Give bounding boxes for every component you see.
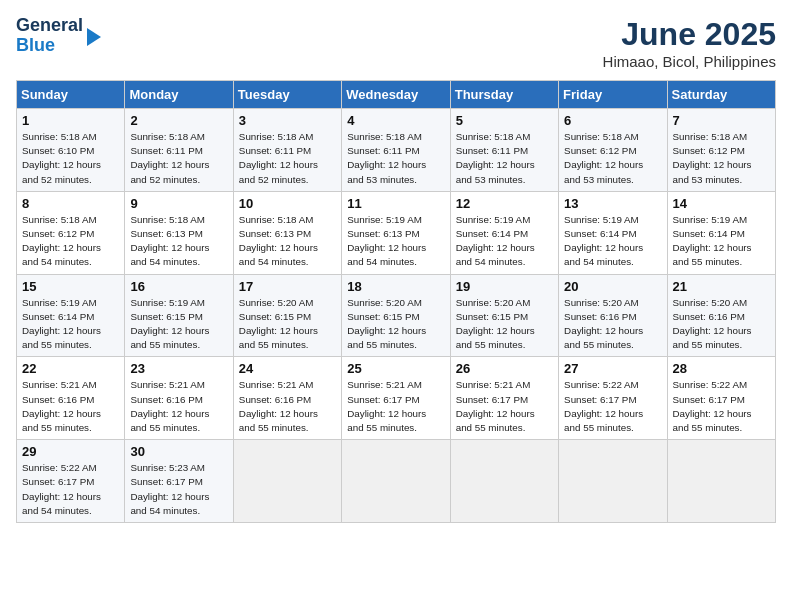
table-row: 7 Sunrise: 5:18 AMSunset: 6:12 PMDayligh… <box>667 109 775 192</box>
day-info: Sunrise: 5:18 AMSunset: 6:13 PMDaylight:… <box>239 214 318 268</box>
table-row <box>233 440 341 523</box>
title-block: June 2025 Himaao, Bicol, Philippines <box>603 16 776 70</box>
table-row: 14 Sunrise: 5:19 AMSunset: 6:14 PMDaylig… <box>667 191 775 274</box>
table-row: 29 Sunrise: 5:22 AMSunset: 6:17 PMDaylig… <box>17 440 125 523</box>
day-number: 6 <box>564 113 661 128</box>
table-row: 8 Sunrise: 5:18 AMSunset: 6:12 PMDayligh… <box>17 191 125 274</box>
table-row: 10 Sunrise: 5:18 AMSunset: 6:13 PMDaylig… <box>233 191 341 274</box>
day-number: 13 <box>564 196 661 211</box>
col-saturday: Saturday <box>667 81 775 109</box>
calendar-subtitle: Himaao, Bicol, Philippines <box>603 53 776 70</box>
col-friday: Friday <box>559 81 667 109</box>
day-number: 2 <box>130 113 227 128</box>
calendar-row: 1 Sunrise: 5:18 AMSunset: 6:10 PMDayligh… <box>17 109 776 192</box>
table-row: 22 Sunrise: 5:21 AMSunset: 6:16 PMDaylig… <box>17 357 125 440</box>
col-thursday: Thursday <box>450 81 558 109</box>
day-number: 21 <box>673 279 770 294</box>
day-info: Sunrise: 5:18 AMSunset: 6:12 PMDaylight:… <box>673 131 752 185</box>
day-info: Sunrise: 5:20 AMSunset: 6:16 PMDaylight:… <box>673 297 752 351</box>
day-number: 5 <box>456 113 553 128</box>
table-row: 2 Sunrise: 5:18 AMSunset: 6:11 PMDayligh… <box>125 109 233 192</box>
day-number: 14 <box>673 196 770 211</box>
day-info: Sunrise: 5:18 AMSunset: 6:11 PMDaylight:… <box>239 131 318 185</box>
day-info: Sunrise: 5:20 AMSunset: 6:15 PMDaylight:… <box>239 297 318 351</box>
table-row: 26 Sunrise: 5:21 AMSunset: 6:17 PMDaylig… <box>450 357 558 440</box>
day-info: Sunrise: 5:20 AMSunset: 6:15 PMDaylight:… <box>347 297 426 351</box>
day-info: Sunrise: 5:18 AMSunset: 6:11 PMDaylight:… <box>130 131 209 185</box>
day-info: Sunrise: 5:23 AMSunset: 6:17 PMDaylight:… <box>130 462 209 516</box>
calendar-title: June 2025 <box>603 16 776 53</box>
day-info: Sunrise: 5:19 AMSunset: 6:15 PMDaylight:… <box>130 297 209 351</box>
day-number: 1 <box>22 113 119 128</box>
day-number: 27 <box>564 361 661 376</box>
table-row: 28 Sunrise: 5:22 AMSunset: 6:17 PMDaylig… <box>667 357 775 440</box>
day-info: Sunrise: 5:19 AMSunset: 6:13 PMDaylight:… <box>347 214 426 268</box>
day-number: 4 <box>347 113 444 128</box>
table-row: 18 Sunrise: 5:20 AMSunset: 6:15 PMDaylig… <box>342 274 450 357</box>
table-row <box>667 440 775 523</box>
calendar-row: 29 Sunrise: 5:22 AMSunset: 6:17 PMDaylig… <box>17 440 776 523</box>
day-info: Sunrise: 5:20 AMSunset: 6:16 PMDaylight:… <box>564 297 643 351</box>
table-row <box>342 440 450 523</box>
day-number: 10 <box>239 196 336 211</box>
day-number: 19 <box>456 279 553 294</box>
day-info: Sunrise: 5:19 AMSunset: 6:14 PMDaylight:… <box>22 297 101 351</box>
table-row: 30 Sunrise: 5:23 AMSunset: 6:17 PMDaylig… <box>125 440 233 523</box>
table-row: 25 Sunrise: 5:21 AMSunset: 6:17 PMDaylig… <box>342 357 450 440</box>
table-row: 13 Sunrise: 5:19 AMSunset: 6:14 PMDaylig… <box>559 191 667 274</box>
day-number: 28 <box>673 361 770 376</box>
page-header: GeneralBlue June 2025 Himaao, Bicol, Phi… <box>16 16 776 70</box>
day-info: Sunrise: 5:21 AMSunset: 6:16 PMDaylight:… <box>22 379 101 433</box>
day-info: Sunrise: 5:18 AMSunset: 6:10 PMDaylight:… <box>22 131 101 185</box>
day-number: 24 <box>239 361 336 376</box>
table-row: 24 Sunrise: 5:21 AMSunset: 6:16 PMDaylig… <box>233 357 341 440</box>
day-info: Sunrise: 5:19 AMSunset: 6:14 PMDaylight:… <box>456 214 535 268</box>
day-number: 18 <box>347 279 444 294</box>
day-number: 15 <box>22 279 119 294</box>
table-row: 11 Sunrise: 5:19 AMSunset: 6:13 PMDaylig… <box>342 191 450 274</box>
col-sunday: Sunday <box>17 81 125 109</box>
table-row: 12 Sunrise: 5:19 AMSunset: 6:14 PMDaylig… <box>450 191 558 274</box>
table-row: 16 Sunrise: 5:19 AMSunset: 6:15 PMDaylig… <box>125 274 233 357</box>
day-info: Sunrise: 5:22 AMSunset: 6:17 PMDaylight:… <box>673 379 752 433</box>
col-monday: Monday <box>125 81 233 109</box>
table-row: 20 Sunrise: 5:20 AMSunset: 6:16 PMDaylig… <box>559 274 667 357</box>
table-row: 3 Sunrise: 5:18 AMSunset: 6:11 PMDayligh… <box>233 109 341 192</box>
calendar-header-row: Sunday Monday Tuesday Wednesday Thursday… <box>17 81 776 109</box>
calendar-table: Sunday Monday Tuesday Wednesday Thursday… <box>16 80 776 523</box>
table-row: 17 Sunrise: 5:20 AMSunset: 6:15 PMDaylig… <box>233 274 341 357</box>
day-info: Sunrise: 5:22 AMSunset: 6:17 PMDaylight:… <box>564 379 643 433</box>
day-number: 16 <box>130 279 227 294</box>
day-number: 12 <box>456 196 553 211</box>
table-row <box>559 440 667 523</box>
day-number: 20 <box>564 279 661 294</box>
col-tuesday: Tuesday <box>233 81 341 109</box>
table-row: 15 Sunrise: 5:19 AMSunset: 6:14 PMDaylig… <box>17 274 125 357</box>
day-info: Sunrise: 5:21 AMSunset: 6:16 PMDaylight:… <box>130 379 209 433</box>
logo-arrow-icon <box>87 28 101 46</box>
day-info: Sunrise: 5:19 AMSunset: 6:14 PMDaylight:… <box>673 214 752 268</box>
day-info: Sunrise: 5:22 AMSunset: 6:17 PMDaylight:… <box>22 462 101 516</box>
table-row: 23 Sunrise: 5:21 AMSunset: 6:16 PMDaylig… <box>125 357 233 440</box>
day-info: Sunrise: 5:19 AMSunset: 6:14 PMDaylight:… <box>564 214 643 268</box>
table-row: 19 Sunrise: 5:20 AMSunset: 6:15 PMDaylig… <box>450 274 558 357</box>
table-row: 6 Sunrise: 5:18 AMSunset: 6:12 PMDayligh… <box>559 109 667 192</box>
day-info: Sunrise: 5:21 AMSunset: 6:17 PMDaylight:… <box>456 379 535 433</box>
day-info: Sunrise: 5:20 AMSunset: 6:15 PMDaylight:… <box>456 297 535 351</box>
day-number: 11 <box>347 196 444 211</box>
day-info: Sunrise: 5:21 AMSunset: 6:17 PMDaylight:… <box>347 379 426 433</box>
logo-text: GeneralBlue <box>16 16 83 56</box>
day-number: 22 <box>22 361 119 376</box>
table-row: 1 Sunrise: 5:18 AMSunset: 6:10 PMDayligh… <box>17 109 125 192</box>
table-row: 9 Sunrise: 5:18 AMSunset: 6:13 PMDayligh… <box>125 191 233 274</box>
table-row: 21 Sunrise: 5:20 AMSunset: 6:16 PMDaylig… <box>667 274 775 357</box>
col-wednesday: Wednesday <box>342 81 450 109</box>
calendar-row: 15 Sunrise: 5:19 AMSunset: 6:14 PMDaylig… <box>17 274 776 357</box>
day-number: 29 <box>22 444 119 459</box>
table-row: 5 Sunrise: 5:18 AMSunset: 6:11 PMDayligh… <box>450 109 558 192</box>
day-number: 3 <box>239 113 336 128</box>
table-row: 27 Sunrise: 5:22 AMSunset: 6:17 PMDaylig… <box>559 357 667 440</box>
logo: GeneralBlue <box>16 16 101 56</box>
table-row: 4 Sunrise: 5:18 AMSunset: 6:11 PMDayligh… <box>342 109 450 192</box>
day-info: Sunrise: 5:18 AMSunset: 6:11 PMDaylight:… <box>456 131 535 185</box>
